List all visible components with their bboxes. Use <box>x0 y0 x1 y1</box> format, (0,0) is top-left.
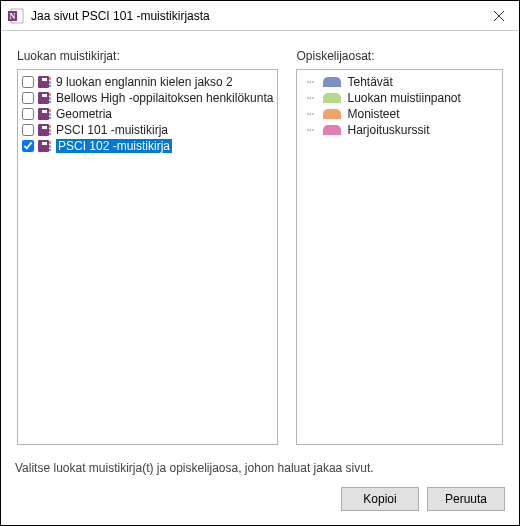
cancel-button[interactable]: Peruuta <box>427 487 505 511</box>
titlebar: N Jaa sivut PSCI 101 -muistikirjasta <box>1 1 519 31</box>
svg-rect-22 <box>49 125 51 128</box>
section-label: Monisteet <box>347 107 399 121</box>
svg-rect-23 <box>49 129 51 132</box>
svg-rect-27 <box>49 141 51 144</box>
notebook-icon <box>38 140 52 152</box>
svg-rect-13 <box>49 97 51 100</box>
svg-rect-26 <box>42 142 47 145</box>
notebook-checkbox[interactable] <box>22 124 34 136</box>
svg-rect-8 <box>49 81 51 84</box>
svg-rect-15 <box>38 108 49 120</box>
svg-rect-12 <box>49 93 51 96</box>
section-row[interactable]: ⋯Harjoituskurssit <box>299 122 500 138</box>
tree-connector-icon: ⋯ <box>303 91 317 105</box>
notebook-label: 9 luokan englannin kielen jakso 2 <box>56 75 233 89</box>
notebook-label: Bellows High -oppilaitoksen henkilökunta <box>56 91 273 105</box>
tree-connector-icon: ⋯ <box>303 75 317 89</box>
section-tab-icon <box>323 77 341 87</box>
notebook-row[interactable]: Bellows High -oppilaitoksen henkilökunta <box>20 90 275 106</box>
notebooks-listbox[interactable]: 9 luokan englannin kielen jakso 2Bellows… <box>17 69 278 445</box>
dialog-footer: Valitse luokat muistikirja(t) ja opiskel… <box>1 453 519 525</box>
svg-rect-11 <box>42 94 47 97</box>
svg-rect-10 <box>38 92 49 104</box>
section-tab-icon <box>323 109 341 119</box>
notebook-label: PSCI 102 -muistikirja <box>56 139 172 153</box>
svg-rect-17 <box>49 109 51 112</box>
notebook-row[interactable]: PSCI 101 -muistikirja <box>20 122 275 138</box>
svg-rect-24 <box>49 133 51 135</box>
svg-rect-6 <box>42 78 47 81</box>
notebooks-heading: Luokan muistikirjat: <box>17 49 278 63</box>
notebook-checkbox[interactable] <box>22 108 34 120</box>
svg-rect-25 <box>38 140 49 152</box>
notebook-label: PSCI 101 -muistikirja <box>56 123 168 137</box>
notebook-checkbox[interactable] <box>22 92 34 104</box>
notebook-checkbox[interactable] <box>22 140 34 152</box>
section-row[interactable]: ⋯Tehtävät <box>299 74 500 90</box>
onenote-icon: N <box>7 7 25 25</box>
svg-rect-7 <box>49 77 51 80</box>
svg-rect-16 <box>42 110 47 113</box>
notebook-icon <box>38 92 52 104</box>
svg-rect-21 <box>42 126 47 129</box>
notebook-checkbox[interactable] <box>22 76 34 88</box>
sections-column: Opiskelijaosat: ⋯Tehtävät⋯Luokan muistii… <box>296 49 503 445</box>
footer-buttons: Kopioi Peruuta <box>15 487 505 511</box>
svg-rect-20 <box>38 124 49 136</box>
close-button[interactable] <box>479 1 519 31</box>
dialog-content: Luokan muistikirjat: 9 luokan englannin … <box>1 31 519 453</box>
footer-instruction: Valitse luokat muistikirja(t) ja opiskel… <box>15 461 505 475</box>
copy-button[interactable]: Kopioi <box>341 487 419 511</box>
svg-text:N: N <box>10 12 16 21</box>
section-row[interactable]: ⋯Luokan muistiinpanot <box>299 90 500 106</box>
svg-rect-5 <box>38 76 49 88</box>
notebooks-column: Luokan muistikirjat: 9 luokan englannin … <box>17 49 278 445</box>
tree-connector-icon: ⋯ <box>303 107 317 121</box>
notebook-icon <box>38 76 52 88</box>
section-row[interactable]: ⋯Monisteet <box>299 106 500 122</box>
sections-listbox[interactable]: ⋯Tehtävät⋯Luokan muistiinpanot⋯Monisteet… <box>296 69 503 445</box>
notebook-icon <box>38 108 52 120</box>
window-title: Jaa sivut PSCI 101 -muistikirjasta <box>31 9 210 23</box>
svg-rect-19 <box>49 117 51 119</box>
section-label: Harjoituskurssit <box>347 123 429 137</box>
notebook-row[interactable]: 9 luokan englannin kielen jakso 2 <box>20 74 275 90</box>
notebook-row[interactable]: PSCI 102 -muistikirja <box>20 138 275 154</box>
section-tab-icon <box>323 93 341 103</box>
svg-rect-18 <box>49 113 51 116</box>
notebook-icon <box>38 124 52 136</box>
notebook-row[interactable]: Geometria <box>20 106 275 122</box>
sections-heading: Opiskelijaosat: <box>296 49 503 63</box>
svg-rect-14 <box>49 101 51 103</box>
section-label: Tehtävät <box>347 75 392 89</box>
svg-rect-28 <box>49 145 51 148</box>
section-label: Luokan muistiinpanot <box>347 91 460 105</box>
svg-rect-9 <box>49 85 51 87</box>
tree-connector-icon: ⋯ <box>303 123 317 137</box>
section-tab-icon <box>323 125 341 135</box>
notebook-label: Geometria <box>56 107 112 121</box>
svg-rect-29 <box>49 149 51 151</box>
